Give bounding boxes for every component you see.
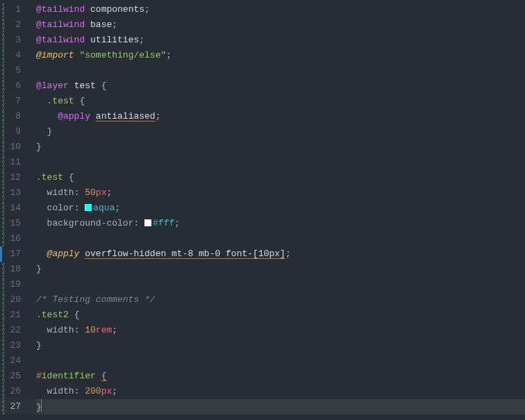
- code-line[interactable]: @apply antialiased;: [36, 109, 525, 124]
- line-number: 14: [4, 201, 24, 216]
- line-number: 19: [4, 277, 24, 292]
- line-number-gutter: 1234567891011121314151617181920212223242…: [4, 0, 24, 420]
- line-number: 21: [4, 308, 24, 323]
- code-line[interactable]: }: [36, 124, 525, 140]
- line-number: 12: [4, 170, 24, 185]
- code-line[interactable]: background-color: #fff;: [36, 216, 525, 231]
- line-number: 23: [4, 338, 24, 353]
- line-number: 9: [4, 124, 24, 140]
- line-number: 5: [4, 63, 24, 78]
- code-editor[interactable]: 1234567891011121314151617181920212223242…: [0, 0, 525, 420]
- code-line[interactable]: }: [36, 338, 525, 353]
- line-number: 20: [4, 292, 24, 308]
- code-line[interactable]: [36, 63, 525, 78]
- line-number: 15: [4, 216, 24, 231]
- line-number: 7: [4, 94, 24, 109]
- line-number: 11: [4, 155, 24, 170]
- code-line[interactable]: [36, 231, 525, 246]
- code-line[interactable]: color: aqua;: [36, 201, 525, 216]
- code-line[interactable]: @apply overflow-hidden mt-8 mb-0 font-[1…: [36, 246, 525, 262]
- line-number: 6: [4, 78, 24, 94]
- line-number: 17: [4, 246, 24, 262]
- code-line[interactable]: .test {: [36, 170, 525, 185]
- line-number: 18: [4, 262, 24, 277]
- code-line[interactable]: #identifier {: [36, 369, 525, 384]
- code-line[interactable]: width: 200px;: [36, 384, 525, 399]
- code-line[interactable]: }: [36, 399, 525, 414]
- line-number: 1: [4, 2, 24, 17]
- line-number: 13: [4, 185, 24, 201]
- code-area[interactable]: @tailwind components;@tailwind base;@tai…: [24, 0, 525, 420]
- code-line[interactable]: [36, 155, 525, 170]
- code-line[interactable]: @layer test {: [36, 78, 525, 94]
- line-number: 2: [4, 17, 24, 33]
- code-line[interactable]: /* Testing comments */: [36, 292, 525, 308]
- line-number: 8: [4, 109, 24, 124]
- line-number: 26: [4, 384, 24, 399]
- line-number: 22: [4, 323, 24, 338]
- line-number: 24: [4, 353, 24, 369]
- code-line[interactable]: @tailwind base;: [36, 17, 525, 33]
- line-number: 3: [4, 33, 24, 48]
- line-number: 10: [4, 140, 24, 155]
- code-line[interactable]: @tailwind components;: [36, 2, 525, 17]
- code-line[interactable]: width: 10rem;: [36, 323, 525, 338]
- code-line[interactable]: }: [36, 262, 525, 277]
- code-line[interactable]: [36, 353, 525, 369]
- line-number: 4: [4, 48, 24, 63]
- line-number: 27: [4, 399, 24, 414]
- code-line[interactable]: width: 50px;: [36, 185, 525, 201]
- code-line[interactable]: }: [36, 140, 525, 155]
- line-number: 16: [4, 231, 24, 246]
- code-line[interactable]: .test2 {: [36, 308, 525, 323]
- code-line[interactable]: @import "something/else";: [36, 48, 525, 63]
- code-line[interactable]: .test {: [36, 94, 525, 109]
- line-number: 25: [4, 369, 24, 384]
- code-line[interactable]: [36, 277, 525, 292]
- code-line[interactable]: @tailwind utilities;: [36, 33, 525, 48]
